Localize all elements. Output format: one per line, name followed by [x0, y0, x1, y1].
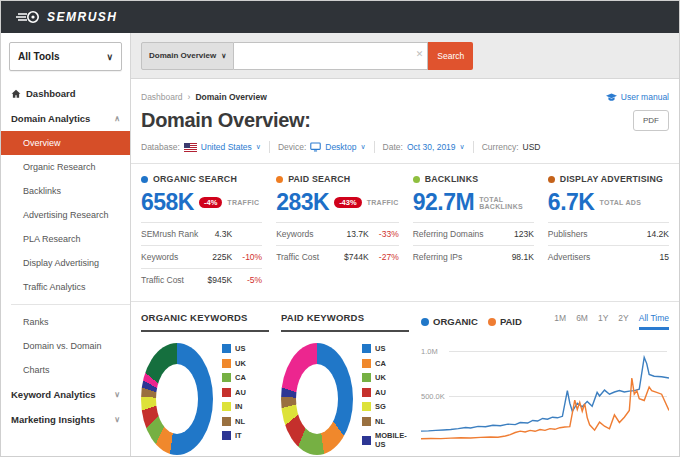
organic-traffic-unit: TRAFFIC: [227, 199, 259, 206]
metric-value: $744K: [344, 252, 369, 262]
chevron-up-icon: ∧: [114, 114, 120, 123]
legend-swatch-icon: [362, 417, 371, 426]
metric-change: -10%: [232, 252, 262, 262]
divider: [131, 163, 679, 164]
card-title: ORGANIC SEARCH: [153, 174, 237, 184]
sidebar-item-label: Advertising Research: [23, 210, 120, 220]
search-button[interactable]: Search: [428, 42, 473, 70]
sidebar-item-label: PLA Research: [23, 234, 120, 244]
all-tools-label: All Tools: [18, 51, 59, 62]
metric-row-traffic-cost: Traffic Cost$744K-27%: [276, 245, 399, 268]
main-panel: Domain Overview ∨ ✕ Search Dashboard › D…: [131, 33, 679, 456]
sidebar-item-domain-vs-domain[interactable]: Domain vs. Domain: [1, 334, 130, 358]
metric-row-keywords: Keywords225K-10%: [141, 245, 262, 268]
paid-search-dot-icon: [276, 176, 283, 183]
legend-swatch-icon: [222, 359, 231, 368]
semrush-app: SEMRUSH All Tools ∨ DashboardDomain Anal…: [0, 0, 680, 457]
total-ads-unit: TOTAL ADS: [599, 199, 641, 206]
legend-label: CA: [235, 373, 246, 382]
legend-label: AU: [235, 388, 246, 397]
database-filter[interactable]: Database: United States ∨: [141, 142, 261, 152]
backlinks-dot-icon: [413, 176, 420, 183]
tab-2y[interactable]: 2Y: [618, 313, 628, 327]
trend-line-paid: [421, 378, 669, 439]
sidebar-item-ranks[interactable]: Ranks: [1, 310, 130, 334]
metric-label: Keywords: [141, 252, 212, 262]
pdf-button[interactable]: PDF: [633, 110, 669, 131]
date-label: Date:: [383, 142, 403, 152]
metric-label: Advertisers: [548, 252, 660, 262]
trend-legend-paid-label: PAID: [500, 316, 522, 327]
tab-1y[interactable]: 1Y: [598, 313, 608, 327]
paid-dot-icon: [488, 318, 496, 326]
breadcrumb: Dashboard › Domain Overview User manual: [141, 92, 669, 102]
card-organic-search: ORGANIC SEARCH 658K -4% TRAFFIC SEMrush …: [141, 174, 262, 291]
divider: [374, 141, 375, 153]
metric-value: 15: [660, 252, 669, 262]
organic-traffic-change-badge: -4%: [199, 197, 222, 209]
sidebar-item-marketing-insights[interactable]: Marketing Insights∨: [1, 407, 130, 432]
sidebar-item-label: Overview: [23, 138, 120, 148]
sidebar-item-domain-analytics[interactable]: Domain Analytics∧: [1, 106, 130, 131]
legend-label: NL: [375, 417, 385, 426]
organic-keywords-title: ORGANIC KEYWORDS: [141, 312, 269, 332]
trend-range-tabs: 1M6M1Y2YAll Time: [554, 313, 669, 330]
sidebar-item-organic-research[interactable]: Organic Research: [1, 155, 130, 179]
trend-line-organic: [421, 357, 669, 431]
search-input[interactable]: [234, 42, 428, 70]
sidebar-nav: DashboardDomain Analytics∧OverviewOrgani…: [1, 81, 130, 432]
breadcrumb-separator-icon: ›: [188, 92, 191, 102]
chevron-down-icon: ∨: [114, 415, 120, 424]
home-icon: [11, 89, 21, 99]
legend-swatch-icon: [362, 436, 371, 445]
all-tools-dropdown[interactable]: All Tools ∨: [9, 42, 122, 71]
tab-6m[interactable]: 6M: [576, 313, 588, 327]
clear-search-icon[interactable]: ✕: [416, 50, 424, 59]
trend-legend-organic-label: ORGANIC: [433, 316, 478, 327]
topbar: SEMRUSH: [1, 1, 679, 33]
total-backlinks-value: 92.7M: [413, 191, 474, 214]
device-filter[interactable]: Device: Desktop ∨: [278, 142, 366, 152]
breadcrumb-dashboard[interactable]: Dashboard: [141, 92, 183, 102]
legend-item-in: IN: [222, 402, 246, 411]
semrush-swoosh-icon: [15, 10, 41, 24]
organic-keywords-donut-chart: [141, 343, 213, 455]
legend-item-uk: UK: [222, 359, 246, 368]
sidebar-item-keyword-analytics[interactable]: Keyword Analytics∨: [1, 382, 130, 407]
divider: [269, 141, 270, 153]
metric-row-publishers: Publishers14.2K: [548, 222, 669, 245]
legend-label: US: [235, 344, 245, 353]
metric-row-referring-domains: Referring Domains123K: [413, 222, 534, 245]
metric-value: 13.7K: [346, 229, 368, 239]
date-filter[interactable]: Date: Oct 30, 2019 ∨: [383, 142, 465, 152]
metric-change: -5%: [232, 275, 262, 285]
metric-value: 123K: [514, 229, 534, 239]
tab-all-time[interactable]: All Time: [639, 313, 669, 330]
legend-label: IT: [235, 431, 242, 440]
sidebar-item-traffic-analytics[interactable]: Traffic Analytics: [1, 275, 130, 299]
legend-label: UK: [235, 359, 246, 368]
legend-swatch-icon: [222, 388, 231, 397]
card-title: PAID SEARCH: [288, 174, 350, 184]
sidebar-item-charts[interactable]: Charts: [1, 358, 130, 382]
tab-1m[interactable]: 1M: [554, 313, 566, 327]
search-scope-selector[interactable]: Domain Overview ∨: [141, 42, 234, 70]
sidebar-item-backlinks[interactable]: Backlinks: [1, 179, 130, 203]
metric-row-keywords: Keywords13.7K-33%: [276, 222, 399, 245]
legend-swatch-icon: [362, 373, 371, 382]
sidebar-item-advertising-research[interactable]: Advertising Research: [1, 203, 130, 227]
sidebar-item-pla-research[interactable]: PLA Research: [1, 227, 130, 251]
currency-value: USD: [523, 142, 541, 152]
sidebar-item-label: Ranks: [23, 317, 120, 327]
card-paid-search: PAID SEARCH 283K -43% TRAFFIC Keywords13…: [276, 174, 399, 291]
metric-value: 225K: [212, 252, 232, 262]
semrush-logo[interactable]: SEMRUSH: [15, 10, 118, 24]
sidebar-item-overview[interactable]: Overview: [1, 131, 130, 155]
sidebar-item-dashboard[interactable]: Dashboard: [1, 81, 130, 106]
legend-item-uk: UK: [362, 373, 409, 382]
metric-cards: ORGANIC SEARCH 658K -4% TRAFFIC SEMrush …: [141, 174, 669, 291]
bottom-widgets: ORGANIC KEYWORDS USUKCAAUINNLIT PAID KEY…: [141, 312, 669, 455]
user-manual-link[interactable]: User manual: [606, 92, 669, 102]
sidebar-item-display-advertising[interactable]: Display Advertising: [1, 251, 130, 275]
metric-value: 98.1K: [512, 252, 534, 262]
